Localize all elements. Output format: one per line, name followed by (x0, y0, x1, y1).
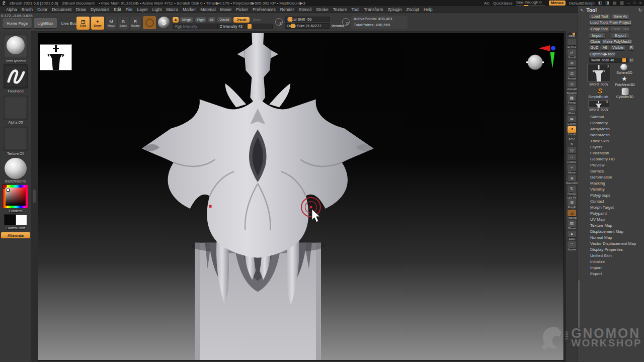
slider-r-button[interactable]: R (629, 58, 634, 63)
window-layout-icon[interactable]: ◧ (598, 1, 602, 6)
tool-subpalette-item[interactable]: Deformation (578, 174, 644, 180)
menu-item[interactable]: Tool (352, 7, 360, 12)
sphere3d-tool-icon[interactable] (620, 64, 627, 70)
menu-item[interactable]: Help (424, 7, 432, 12)
current-alpha-button[interactable] (4, 96, 28, 120)
scale-button[interactable]: S Scale (118, 17, 129, 30)
z-intensity-nub[interactable] (248, 24, 252, 29)
simplebrush-tool-icon[interactable]: S (598, 87, 602, 95)
tool-palette-header[interactable]: ↖ Tool ↻ (580, 7, 642, 13)
tool-subpalette-item[interactable]: Vector Displacement Map (578, 241, 644, 247)
tray-scrollbar[interactable] (578, 280, 580, 328)
menu-item[interactable]: Document (52, 7, 71, 12)
tool-subpalette-item[interactable]: FiberMesh (578, 150, 644, 156)
strip-icon[interactable]: Q (568, 147, 576, 153)
move-button[interactable]: M Move (106, 17, 117, 30)
menu-item[interactable]: Transform (364, 7, 383, 12)
tool-subpalette-item[interactable]: Contact (578, 199, 644, 205)
menu-item[interactable]: Layer (137, 7, 148, 12)
solo-button[interactable]: ● Solo (566, 231, 578, 241)
export-button[interactable]: Export (611, 33, 629, 38)
save-as-button[interactable]: Save As (611, 14, 629, 19)
menu-item[interactable]: Material (200, 7, 215, 12)
actual-button[interactable]: ⊡ Actual (566, 70, 578, 80)
menu-item[interactable]: Movie (220, 7, 232, 12)
zoom-button[interactable]: ⊕ Zoom (566, 60, 578, 70)
z-intensity-slider[interactable]: Z Intensity 43 (217, 24, 273, 29)
tool-subpalette-item[interactable]: Polygroups (578, 193, 644, 199)
spix-slider[interactable]: SPix 3 (566, 39, 578, 49)
draw-size-nub[interactable] (291, 24, 295, 28)
rot3d-button[interactable]: ↻ Rot3D (566, 186, 578, 196)
tool-subpalette-item[interactable]: Geometry HD (578, 156, 644, 162)
menu-item[interactable]: Macro (166, 7, 178, 12)
minimize-icon[interactable]: – (627, 1, 629, 6)
a-toggle-button[interactable]: A (173, 17, 179, 23)
strip-icon[interactable]: ⇋ (568, 116, 576, 122)
tool-subpalette-item[interactable]: Texture Map (578, 223, 644, 229)
tool-subpalette-item[interactable]: Displacement Map (578, 229, 644, 235)
tool-subpalette-item[interactable]: Normal Map (578, 235, 644, 241)
move-button[interactable]: + Move (566, 164, 578, 174)
close-icon[interactable]: × (639, 1, 641, 6)
zsub-button[interactable]: Zsub (233, 17, 250, 23)
document-canvas[interactable] (38, 33, 564, 360)
zadd-button[interactable]: Zadd (217, 17, 231, 23)
tool-subpalette-item[interactable]: Geometry (578, 120, 644, 126)
strip-icon[interactable]: ⊞ (568, 199, 576, 206)
tool-subpalette-item[interactable]: Morph Target (578, 205, 644, 211)
tool-subpalette-item[interactable]: Preview (578, 162, 644, 168)
menu-item[interactable]: Picker (236, 7, 248, 12)
tool-subpalette-item[interactable]: Import (578, 265, 644, 271)
palette-dock-icon[interactable]: ▤ (613, 1, 617, 6)
color-picker[interactable] (3, 185, 28, 208)
focal-shift-nub[interactable] (288, 17, 292, 22)
strip-icon[interactable] (568, 33, 577, 35)
edit-button[interactable]: ◳ Edit (76, 17, 90, 30)
polyf-button[interactable]: Line Fill ⊞ PolyF (566, 196, 578, 209)
strip-icon[interactable]: ▭ (568, 105, 576, 112)
lightbox-tools-button[interactable]: Lightbox▶Tools (589, 52, 615, 57)
zoom3d-button[interactable]: ⊕ Zoom3D (566, 175, 578, 185)
current-brush-button[interactable] (4, 34, 28, 58)
left-tray-divider[interactable] (31, 31, 38, 362)
tool-subpalette-item[interactable]: Polypaint (578, 211, 644, 217)
menu-item[interactable]: Brush (22, 7, 33, 12)
strip-icon[interactable]: ⊕ (568, 60, 576, 66)
strip-icon[interactable]: ▨ (568, 220, 576, 227)
aahalf-button[interactable]: ½ AAHalf (566, 81, 578, 91)
strip-icon[interactable]: ∷ (568, 154, 576, 160)
strip-icon[interactable]: ∷ (568, 241, 576, 248)
menu-item[interactable]: File (126, 7, 133, 12)
transp-button[interactable]: ◪ Transp (566, 210, 578, 220)
tool-subpalette-item[interactable]: UV Map (578, 217, 644, 223)
strip-icon[interactable] (568, 39, 576, 45)
bpr-button[interactable]: BPR (566, 33, 578, 38)
copy-tool-button[interactable]: Copy Tool (589, 27, 609, 32)
menu-item[interactable]: Texture (333, 7, 347, 12)
left-divider-handle[interactable] (33, 190, 36, 203)
goz-r-button[interactable]: R (629, 45, 634, 50)
menu-item[interactable]: Dynamics (91, 7, 109, 12)
tool-subpalette-item[interactable]: NanoMesh (578, 132, 644, 138)
paste-tool-button[interactable]: Paste Tool (610, 27, 629, 32)
menu-item[interactable]: Zplugin (388, 7, 402, 12)
sword-sculpture[interactable] (142, 33, 374, 360)
draw-button[interactable]: + Draw (91, 17, 104, 30)
goz-button[interactable]: GoZ (589, 45, 599, 50)
rgb-button[interactable]: Rgb (195, 17, 206, 23)
tool-subpalette-item[interactable]: Export (578, 271, 644, 277)
window-layout2-icon[interactable]: ◨ (605, 1, 609, 6)
zcut-button[interactable]: Zcut (251, 17, 262, 23)
strip-icon[interactable]: ↺ (568, 126, 576, 133)
visible-button[interactable]: Visible (610, 45, 625, 50)
menu-item[interactable]: Draw (76, 7, 86, 12)
all-button[interactable]: All (600, 45, 609, 50)
tool-subpalette-item[interactable]: Thick Skin (578, 138, 644, 144)
polymesh3d-tool-icon[interactable]: ★ (621, 75, 627, 82)
scroll-button[interactable]: ⇄ Scroll (566, 49, 578, 59)
make-polymesh3d-button[interactable]: Make PolyMesh3D (602, 39, 631, 44)
rotate-button[interactable]: R Rotate (130, 17, 141, 30)
strip-icon[interactable]: ⊕ (568, 175, 576, 182)
floor-button[interactable]: ▭ Floor (566, 105, 578, 115)
